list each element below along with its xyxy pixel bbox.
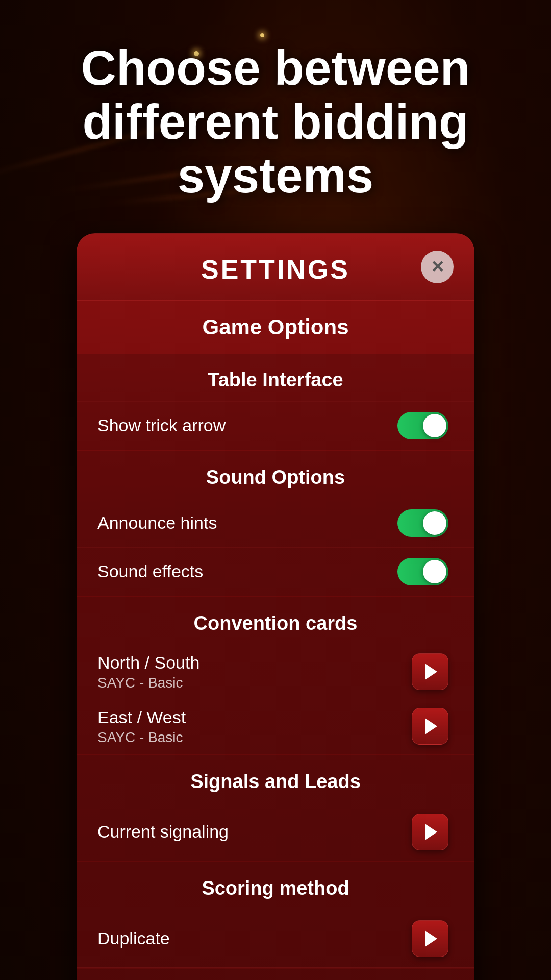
row-announce-hints: Announce hints <box>77 499 474 547</box>
arrow-icon <box>425 824 437 840</box>
toggle-show-trick-arrow[interactable] <box>397 412 448 439</box>
row-label-announce-hints: Announce hints <box>97 513 217 533</box>
section-sound-options: Sound Options Announce hints Sound effec… <box>77 451 474 596</box>
row-show-trick-arrow: Show trick arrow <box>77 401 474 450</box>
section-label-scoring-method: Scoring method <box>77 862 474 910</box>
row-duplicate: Duplicate <box>77 910 474 967</box>
arrow-button-current-signaling[interactable] <box>412 814 448 850</box>
arrow-button-east-west[interactable] <box>412 708 448 745</box>
page-content: Choose between different bidding systems… <box>0 0 551 980</box>
hero-title: Choose between different bidding systems <box>15 41 536 203</box>
row-sound-effects: Sound effects <box>77 547 474 596</box>
toggle-knob <box>423 511 446 535</box>
row-north-south: North / South SAYC - Basic <box>77 645 474 699</box>
row-label-north-south: North / South <box>97 653 199 673</box>
arrow-icon <box>425 930 437 947</box>
row-stack-north-south: North / South SAYC - Basic <box>97 653 199 691</box>
section-convention-cards: Convention cards North / South SAYC - Ba… <box>77 597 474 754</box>
toggle-announce-hints[interactable] <box>397 509 448 537</box>
settings-modal: SETTINGS ✕ Game Options Table Interface … <box>77 233 474 980</box>
modal-title: SETTINGS <box>201 254 350 285</box>
section-label-convention-cards: Convention cards <box>77 597 474 645</box>
game-options-label: Game Options <box>77 301 474 354</box>
section-label-signals-leads: Signals and Leads <box>77 755 474 803</box>
row-sublabel-north-south: SAYC - Basic <box>97 675 199 691</box>
arrow-icon <box>425 664 437 680</box>
row-label-current-signaling: Current signaling <box>97 822 229 842</box>
arrow-button-north-south[interactable] <box>412 653 448 690</box>
toggle-knob <box>423 560 446 583</box>
section-ai-skill-level: AI skill level Beginner <box>77 969 474 980</box>
section-label-table-interface: Table Interface <box>77 354 474 401</box>
modal-header: SETTINGS ✕ <box>77 234 474 301</box>
row-stack-east-west: East / West SAYC - Basic <box>97 707 186 746</box>
row-label-show-trick-arrow: Show trick arrow <box>97 415 226 435</box>
toggle-sound-effects[interactable] <box>397 558 448 585</box>
modal-body: Game Options Table Interface Show trick … <box>77 301 474 980</box>
arrow-icon <box>425 718 437 734</box>
row-label-east-west: East / West <box>97 707 186 727</box>
section-label-ai-skill-level: AI skill level <box>77 969 474 980</box>
toggle-knob <box>423 414 446 437</box>
section-label-sound-options: Sound Options <box>77 451 474 499</box>
arrow-button-duplicate[interactable] <box>412 920 448 957</box>
row-sublabel-east-west: SAYC - Basic <box>97 729 186 746</box>
row-label-sound-effects: Sound effects <box>97 561 203 581</box>
row-label-duplicate: Duplicate <box>97 928 170 948</box>
section-scoring-method: Scoring method Duplicate <box>77 862 474 968</box>
row-east-west: East / West SAYC - Basic <box>77 699 474 754</box>
section-signals-leads: Signals and Leads Current signaling <box>77 755 474 861</box>
row-current-signaling: Current signaling <box>77 803 474 861</box>
close-button[interactable]: ✕ <box>421 251 454 283</box>
section-table-interface: Table Interface Show trick arrow <box>77 354 474 450</box>
